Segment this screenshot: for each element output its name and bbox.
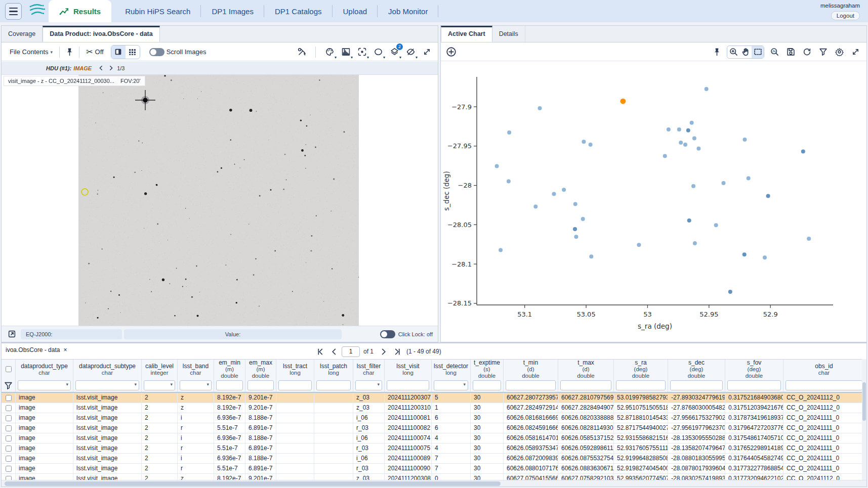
single-view-icon[interactable] xyxy=(111,46,126,59)
cell-s_ra[interactable]: 52.91982740454004 xyxy=(614,464,668,473)
row-checkbox[interactable] xyxy=(6,405,12,411)
column-header-s_fov[interactable]: s_fov(deg)double xyxy=(725,360,783,379)
zoom-in-icon[interactable] xyxy=(727,46,739,58)
cell-t_exptime[interactable]: 30 xyxy=(471,474,504,480)
cell-calib_level[interactable]: 2 xyxy=(142,393,178,403)
cell-s_dec[interactable]: -28.087801793960466 xyxy=(668,464,725,473)
cell-s_fov[interactable]: 0.3178734196189379 xyxy=(725,413,783,423)
firefly-logo-icon[interactable] xyxy=(26,3,47,21)
table-row[interactable]: imagelsst.visit_image2r5.51e-76.891e-7r_… xyxy=(2,464,865,474)
cell-calib_level[interactable]: 2 xyxy=(142,454,178,463)
cell-t_min[interactable]: 60626.088010717656 xyxy=(504,464,558,473)
cell-t_min[interactable]: 60627.280727395795 xyxy=(504,393,558,403)
cell-obs_id[interactable]: CC_O_20241111_0 xyxy=(783,454,865,463)
row-checkbox[interactable] xyxy=(6,425,12,431)
cell-dataproduct_subtype[interactable]: lsst.visit_image xyxy=(73,393,142,403)
stretch-histogram-icon[interactable]: ▾ xyxy=(340,46,352,58)
cell-lsst_patch[interactable] xyxy=(314,393,353,403)
cell-s_ra[interactable]: 52.9510751505518 xyxy=(614,403,668,413)
cell-s_fov[interactable]: 0.3175120394216766 xyxy=(725,403,783,413)
cell-em_max[interactable]: 9.201e-7 xyxy=(245,474,276,480)
cell-lsst_filter[interactable]: r_03 xyxy=(353,443,385,453)
column-header-s_ra[interactable]: s_ra(deg)double xyxy=(614,360,668,379)
cell-dataproduct_subtype[interactable]: lsst.visit_image xyxy=(73,464,142,473)
cell-lsst_band[interactable]: z xyxy=(178,474,214,480)
cell-obs_id[interactable]: CC_O_20241112_0 xyxy=(783,403,865,413)
filter-input-t_max[interactable] xyxy=(560,380,611,390)
table-row[interactable]: imagelsst.visit_image2r5.51e-76.891e-7r_… xyxy=(2,423,865,433)
cell-s_fov[interactable]: 0.31773227786885455 xyxy=(725,464,783,473)
cell-dataproduct_type[interactable]: image xyxy=(16,433,73,443)
hdu-prev-icon[interactable] xyxy=(97,64,105,72)
expand-icon[interactable] xyxy=(421,46,433,58)
cell-s_fov[interactable]: 0.3175216849036809 xyxy=(725,393,783,403)
select-all-checkbox[interactable] xyxy=(6,366,12,372)
cell-lsst_band[interactable]: i xyxy=(178,433,214,443)
table-row[interactable]: imagelsst.visit_image2i6.936e-78.188e-7i… xyxy=(2,454,865,464)
row-checkbox[interactable] xyxy=(6,395,12,401)
tab-coverage[interactable]: Coverage xyxy=(2,26,43,42)
cell-lsst_visit[interactable]: 2024111200307 xyxy=(385,393,432,403)
cell-t_exptime[interactable]: 30 xyxy=(471,433,504,443)
cell-obs_id[interactable]: CC_O_20241111_0 xyxy=(783,464,865,473)
cell-lsst_filter[interactable]: r_03 xyxy=(353,464,385,473)
app-tab-dp1-catalogs[interactable]: DP1 Catalogs xyxy=(264,0,333,22)
cell-lsst_filter[interactable]: i_06 xyxy=(353,433,385,443)
filter-input-lsst_tract[interactable] xyxy=(278,380,312,390)
cell-s_dec[interactable]: -27.89303247796197 xyxy=(668,393,725,403)
cell-em_max[interactable]: 6.891e-7 xyxy=(245,443,276,453)
pan-hand-icon[interactable] xyxy=(739,46,752,58)
settings-icon[interactable] xyxy=(833,46,845,58)
column-header-dataproduct_subtype[interactable]: dataproduct_subtypechar xyxy=(73,360,142,379)
tab-active-chart[interactable]: Active Chart xyxy=(441,26,492,42)
column-header-em_min[interactable]: em_min(m)double xyxy=(214,360,245,379)
cell-lsst_visit[interactable]: 2024111100089 xyxy=(385,454,432,463)
cell-lsst_band[interactable]: r xyxy=(178,423,214,433)
recenter-icon[interactable]: ▾ xyxy=(356,46,368,58)
cell-lsst_visit[interactable]: 2024111100090 xyxy=(385,464,432,473)
filter-select-lsst_band[interactable] xyxy=(180,380,212,390)
cell-s_fov[interactable]: 0.31754861740571066 xyxy=(725,433,783,443)
cell-s_ra[interactable]: 52.9935620774507 xyxy=(614,474,668,480)
cell-t_min[interactable]: 60626.0589375347 xyxy=(504,443,558,453)
cell-lsst_tract[interactable] xyxy=(276,423,314,433)
cell-dataproduct_subtype[interactable]: lsst.visit_image xyxy=(73,433,142,443)
cell-em_max[interactable]: 9.201e-7 xyxy=(245,403,276,413)
filter-input-t_min[interactable] xyxy=(506,380,556,390)
cell-t_min[interactable]: 60627.28249729146 xyxy=(504,403,558,413)
prev-page-icon[interactable] xyxy=(328,345,340,358)
vscroll-thumb[interactable] xyxy=(862,382,866,421)
cell-lsst_filter[interactable]: i_06 xyxy=(353,454,385,463)
column-header-lsst_visit[interactable]: lsst_visitlong xyxy=(385,360,432,379)
cell-lsst_detector[interactable]: 6 xyxy=(432,413,471,423)
cell-em_min[interactable]: 5.51e-7 xyxy=(214,464,245,473)
cell-em_min[interactable]: 8.192e-7 xyxy=(214,403,245,413)
cell-lsst_band[interactable]: z xyxy=(178,403,214,413)
cell-t_min[interactable]: 60626.0872009839 xyxy=(504,454,558,463)
cell-lsst_tract[interactable] xyxy=(276,474,314,480)
cell-calib_level[interactable]: 2 xyxy=(142,443,178,453)
cell-t_max[interactable]: 60627.28284949074 xyxy=(558,403,614,413)
hdu-next-icon[interactable] xyxy=(107,64,115,72)
cell-obs_id[interactable]: CC_O_20241112_0 xyxy=(783,474,865,480)
cell-em_max[interactable]: 8.188e-7 xyxy=(245,433,276,443)
cell-t_exptime[interactable]: 30 xyxy=(471,403,504,413)
filter-icon[interactable] xyxy=(817,46,829,58)
layers-icon[interactable]: ▾2 xyxy=(388,46,400,58)
cell-lsst_detector[interactable]: 1 xyxy=(432,403,471,413)
cell-lsst_band[interactable]: i xyxy=(178,413,214,423)
cell-lsst_detector[interactable]: 4 xyxy=(432,433,471,443)
click-lock-switch[interactable] xyxy=(380,330,395,338)
vertical-scrollbar[interactable] xyxy=(862,359,866,480)
table-row[interactable]: imagelsst.visit_image2z8.192e-79.201e-7z… xyxy=(2,403,865,413)
cell-em_min[interactable]: 6.936e-7 xyxy=(214,413,245,423)
row-checkbox[interactable] xyxy=(6,446,12,452)
cell-dataproduct_type[interactable]: image xyxy=(16,403,73,413)
menu-hamburger-icon[interactable] xyxy=(5,3,22,20)
cell-dataproduct_subtype[interactable]: lsst.visit_image xyxy=(73,413,142,423)
scroll-images-toggle[interactable]: Scroll Images xyxy=(146,47,210,58)
filter-input-s_dec[interactable] xyxy=(670,380,723,390)
cell-t_max[interactable]: 60626.082811493055 xyxy=(558,423,614,433)
cell-lsst_patch[interactable] xyxy=(314,454,353,463)
cell-em_max[interactable]: 6.891e-7 xyxy=(245,464,276,473)
